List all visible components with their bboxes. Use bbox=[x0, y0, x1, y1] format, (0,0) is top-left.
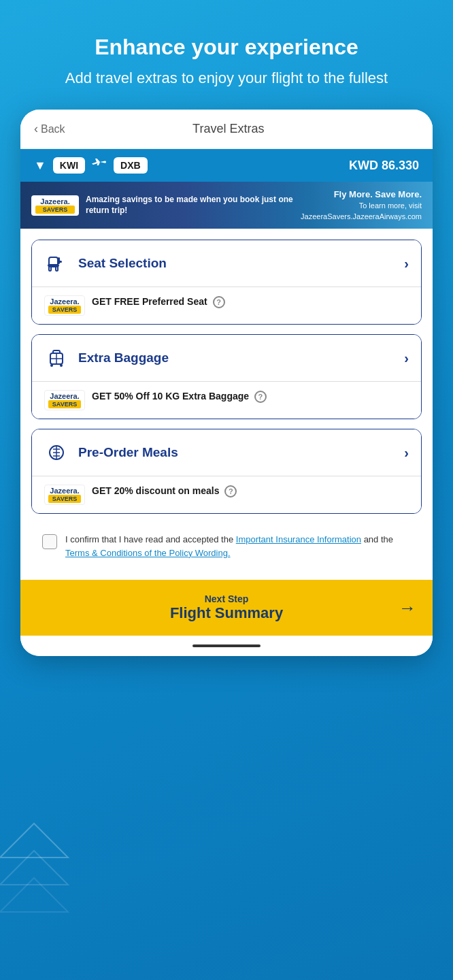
baggage-savers-brand: Jazeera. bbox=[48, 392, 81, 400]
savers-label-banner: SAVERS bbox=[35, 206, 75, 214]
svg-marker-1 bbox=[0, 851, 68, 885]
seat-icon bbox=[44, 251, 69, 276]
confirm-checkbox[interactable] bbox=[42, 534, 57, 549]
destination-airport: DXB bbox=[114, 157, 148, 174]
origin-airport: KWI bbox=[53, 157, 85, 174]
page-subtitle: Add travel extras to enjoy your flight t… bbox=[27, 68, 426, 89]
next-arrow-icon: → bbox=[399, 598, 416, 619]
terms-link[interactable]: Terms & Conditions of the Policy Wording… bbox=[65, 548, 231, 558]
back-button[interactable]: ‹ Back bbox=[34, 122, 65, 136]
nav-bar: ‹ Back Travel Extras bbox=[20, 110, 433, 149]
next-step-title: Flight Summary bbox=[170, 604, 283, 622]
seat-savers-logo: Jazeera. SAVERS bbox=[44, 295, 85, 316]
baggage-help-icon[interactable]: ? bbox=[254, 391, 267, 403]
extra-baggage-card: Extra Baggage › Jazeera. SAVERS GET 50% … bbox=[31, 334, 422, 419]
seat-savers-label: SAVERS bbox=[48, 306, 81, 314]
meals-savers-brand: Jazeera. bbox=[48, 487, 81, 495]
seat-help-icon[interactable]: ? bbox=[213, 296, 225, 308]
baggage-savers: Jazeera. SAVERS GET 50% Off 10 KG Extra … bbox=[32, 382, 421, 419]
meals-savers: Jazeera. SAVERS GET 20% discount on meal… bbox=[32, 476, 421, 513]
next-step-label: Next Step bbox=[205, 593, 249, 604]
back-chevron-icon: ‹ bbox=[34, 122, 38, 136]
back-label: Back bbox=[41, 123, 65, 135]
meals-help-icon[interactable]: ? bbox=[224, 485, 237, 497]
baggage-savers-label: SAVERS bbox=[48, 400, 81, 408]
svg-point-12 bbox=[50, 364, 53, 367]
extra-baggage-label: Extra Baggage bbox=[78, 350, 404, 365]
banner-right-sub: To learn more, visit bbox=[359, 201, 422, 210]
bottom-bar bbox=[20, 636, 433, 656]
seat-selection-chevron-icon: › bbox=[404, 256, 409, 272]
next-step-button[interactable]: Next Step Flight Summary → bbox=[20, 580, 433, 636]
seat-selection-label: Seat Selection bbox=[78, 256, 404, 271]
svg-marker-2 bbox=[0, 878, 68, 912]
insurance-link[interactable]: Important Insurance Information bbox=[236, 534, 361, 544]
confirm-text: I confirm that I have read and accepted … bbox=[65, 533, 411, 559]
flight-price: KWD 86.330 bbox=[349, 159, 419, 173]
seat-selection-header[interactable]: Seat Selection › bbox=[32, 240, 421, 287]
seat-selection-savers: Jazeera. SAVERS GET FREE Preferred Seat … bbox=[32, 287, 421, 324]
svg-point-13 bbox=[60, 364, 63, 367]
extras-content: Seat Selection › Jazeera. SAVERS GET FRE… bbox=[20, 229, 433, 580]
baggage-savers-benefit: GET 50% Off 10 KG Extra Baggage ? bbox=[92, 390, 267, 404]
phone-card: ‹ Back Travel Extras ▼ KWI DXB KWD 86.33… bbox=[20, 110, 433, 656]
page-main-title: Enhance your experience bbox=[27, 34, 426, 60]
dropdown-arrow-icon[interactable]: ▼ bbox=[34, 159, 46, 173]
baggage-savers-logo: Jazeera. SAVERS bbox=[44, 390, 85, 410]
meal-icon bbox=[44, 440, 69, 465]
confirm-section: I confirm that I have read and accepted … bbox=[31, 523, 422, 569]
baggage-chevron-icon: › bbox=[404, 350, 409, 366]
savers-banner: Jazeera. SAVERS Amazing savings to be ma… bbox=[20, 182, 433, 229]
svg-rect-8 bbox=[58, 261, 62, 263]
seat-savers-benefit: GET FREE Preferred Seat ? bbox=[92, 295, 225, 309]
meals-savers-benefit: GET 20% discount on meals ? bbox=[92, 485, 237, 498]
banner-main-text: Amazing savings to be made when you book… bbox=[86, 195, 294, 216]
flight-info-bar: ▼ KWI DXB KWD 86.330 bbox=[20, 149, 433, 182]
seat-selection-card: Seat Selection › Jazeera. SAVERS GET FRE… bbox=[31, 240, 422, 325]
svg-marker-0 bbox=[0, 823, 68, 858]
plane-icon bbox=[92, 158, 107, 174]
jazeera-savers-logo-banner: Jazeera. SAVERS bbox=[31, 195, 79, 216]
nav-title: Travel Extras bbox=[65, 122, 392, 136]
pre-order-meals-label: Pre-Order Meals bbox=[78, 445, 404, 460]
extra-baggage-header[interactable]: Extra Baggage › bbox=[32, 335, 421, 382]
meals-savers-logo: Jazeera. SAVERS bbox=[44, 485, 85, 505]
banner-right-title: Fly More. Save More. bbox=[301, 189, 422, 201]
meals-savers-label: SAVERS bbox=[48, 495, 81, 503]
banner-right-url: JazeeraSavers.JazeeraAirways.com bbox=[301, 212, 422, 220]
pre-order-meals-card: Pre-Order Meals › Jazeera. SAVERS GET 20… bbox=[31, 429, 422, 514]
svg-rect-6 bbox=[48, 264, 59, 267]
banner-right-text: Fly More. Save More. To learn more, visi… bbox=[301, 189, 422, 222]
seat-savers-brand: Jazeera. bbox=[48, 297, 81, 306]
baggage-icon bbox=[44, 346, 69, 370]
jazeera-brand-banner: Jazeera. bbox=[35, 197, 75, 206]
home-indicator bbox=[192, 644, 261, 647]
pre-order-meals-header[interactable]: Pre-Order Meals › bbox=[32, 429, 421, 476]
meals-chevron-icon: › bbox=[404, 445, 409, 461]
